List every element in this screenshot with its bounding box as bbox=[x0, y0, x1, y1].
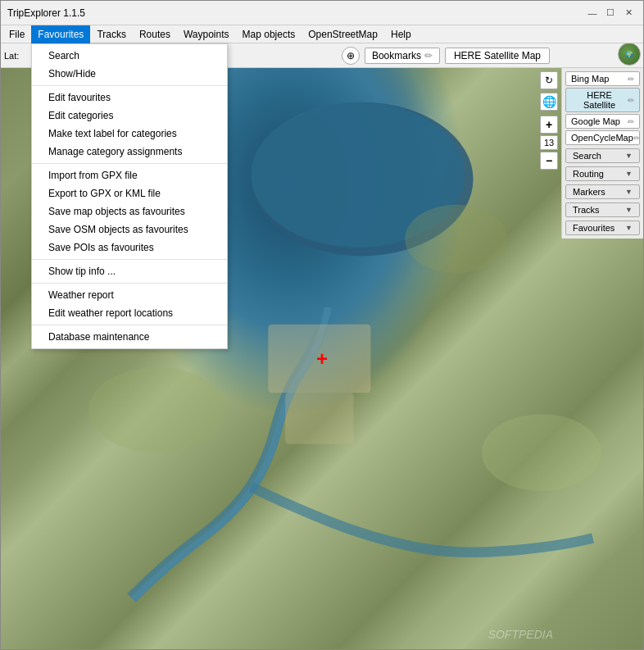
bookmarks-label: Bookmarks bbox=[372, 50, 421, 61]
routing-arrow-icon: ▼ bbox=[625, 170, 633, 178]
favourites-side-label: Favourites bbox=[573, 223, 615, 233]
dropdown-item-manage-category[interactable]: Manage category assignments bbox=[32, 143, 227, 161]
svg-point-6 bbox=[405, 205, 507, 273]
search-arrow-icon: ▼ bbox=[625, 152, 633, 160]
window-title: TripExplorer 1.1.5 bbox=[7, 7, 85, 19]
minimize-button[interactable]: — bbox=[584, 5, 601, 21]
close-button[interactable]: ✕ bbox=[620, 5, 637, 21]
zoom-level: 13 bbox=[540, 135, 558, 150]
dropdown-item-showhide[interactable]: Show/Hide bbox=[32, 65, 227, 83]
google-map-label: Google Map bbox=[571, 116, 620, 126]
dropdown-item-weather-report[interactable]: Weather report bbox=[32, 286, 227, 304]
edit-icon: ✏ bbox=[424, 50, 433, 61]
dropdown-item-make-text-label[interactable]: Make text label for categories bbox=[32, 125, 227, 143]
favourites-dropdown: Search Show/Hide Edit favourites Edit ca… bbox=[31, 43, 228, 349]
dropdown-separator-4 bbox=[32, 283, 227, 284]
dropdown-item-edit-favourites[interactable]: Edit favourites bbox=[32, 89, 227, 107]
here-satellite-edit-icon: ✏ bbox=[628, 96, 634, 105]
app-logo-icon: 🌍 bbox=[618, 43, 641, 66]
zoom-in-button[interactable]: + bbox=[540, 116, 558, 134]
dropdown-separator-1 bbox=[32, 85, 227, 86]
menu-bar: File Favourites Tracks Routes Waypoints … bbox=[1, 25, 643, 43]
zoom-out-button[interactable]: − bbox=[540, 152, 558, 170]
dropdown-item-edit-weather[interactable]: Edit weather report locations bbox=[32, 304, 227, 322]
dropdown-item-save-map-objects[interactable]: Save map objects as favourites bbox=[32, 202, 227, 220]
menu-item-file[interactable]: File bbox=[2, 25, 31, 43]
dropdown-separator-2 bbox=[32, 163, 227, 164]
here-satellite-map-button[interactable]: HERE Satellite ✏ bbox=[565, 88, 640, 112]
dropdown-item-database-maintenance[interactable]: Database maintenance bbox=[32, 328, 227, 346]
dropdown-item-edit-categories[interactable]: Edit categories bbox=[32, 107, 227, 125]
markers-side-button[interactable]: Markers ▼ bbox=[565, 184, 640, 199]
here-satellite-map-label: HERE Satellite bbox=[571, 90, 628, 110]
menu-item-tracks[interactable]: Tracks bbox=[90, 25, 133, 43]
menu-item-routes[interactable]: Routes bbox=[133, 25, 177, 43]
lat-label: Lat: bbox=[4, 51, 19, 61]
markers-arrow-icon: ▼ bbox=[625, 188, 633, 196]
menu-item-favourites[interactable]: Favourites bbox=[31, 25, 90, 43]
tracks-side-button[interactable]: Tracks ▼ bbox=[565, 202, 640, 217]
globe-icon[interactable]: 🌐 bbox=[540, 93, 558, 111]
favourites-arrow-icon: ▼ bbox=[625, 224, 633, 232]
menu-item-help[interactable]: Help bbox=[384, 25, 418, 43]
svg-rect-3 bbox=[285, 393, 353, 444]
maximize-button[interactable]: ☐ bbox=[602, 5, 619, 21]
here-satellite-label: HERE Satellite Map bbox=[454, 50, 541, 61]
menu-item-openstreetmap[interactable]: OpenStreetMap bbox=[302, 25, 384, 43]
dropdown-item-export-gpx-kml[interactable]: Export to GPX or KML file bbox=[32, 184, 227, 202]
markers-side-label: Markers bbox=[573, 187, 605, 197]
opencyclemap-edit-icon: ✏ bbox=[633, 134, 640, 143]
tracks-arrow-icon: ▼ bbox=[625, 206, 633, 214]
opencyclemap-button[interactable]: OpenCycleMap ✏ bbox=[565, 130, 640, 145]
tracks-side-label: Tracks bbox=[573, 205, 600, 215]
gps-location-icon[interactable]: ⊕ bbox=[342, 47, 360, 65]
opencyclemap-label: OpenCycleMap bbox=[571, 133, 633, 143]
title-bar: TripExplorer 1.1.5 — ☐ ✕ bbox=[1, 1, 643, 25]
refresh-icon[interactable]: ↻ bbox=[540, 71, 558, 89]
routing-side-label: Routing bbox=[573, 169, 604, 179]
bing-map-button[interactable]: Bing Map ✏ bbox=[565, 71, 640, 86]
app-window: TripExplorer 1.1.5 — ☐ ✕ File Favourites… bbox=[0, 0, 644, 650]
svg-point-5 bbox=[482, 414, 601, 491]
dropdown-separator-5 bbox=[32, 325, 227, 325]
svg-rect-2 bbox=[268, 325, 370, 393]
zoom-controls: + 13 − bbox=[540, 116, 558, 170]
bing-map-label: Bing Map bbox=[571, 74, 609, 84]
routing-side-button[interactable]: Routing ▼ bbox=[565, 166, 640, 181]
dropdown-item-import-gpx[interactable]: Import from GPX file bbox=[32, 166, 227, 184]
bing-map-edit-icon: ✏ bbox=[628, 75, 634, 84]
map-controls-right: Bing Map ✏ HERE Satellite ✏ Google Map ✏… bbox=[561, 68, 643, 239]
here-satellite-button[interactable]: HERE Satellite Map bbox=[445, 48, 550, 64]
dropdown-separator-3 bbox=[32, 259, 227, 260]
dropdown-item-save-pois[interactable]: Save POIs as favourites bbox=[32, 239, 227, 257]
search-side-label: Search bbox=[573, 151, 601, 161]
dropdown-item-show-tip-info[interactable]: Show tip info ... bbox=[32, 262, 227, 280]
google-map-edit-icon: ✏ bbox=[628, 117, 634, 126]
menu-item-map-objects[interactable]: Map objects bbox=[236, 25, 302, 43]
menu-item-waypoints[interactable]: Waypoints bbox=[177, 25, 236, 43]
search-side-button[interactable]: Search ▼ bbox=[565, 148, 640, 163]
google-map-button[interactable]: Google Map ✏ bbox=[565, 114, 640, 129]
dropdown-item-save-osm[interactable]: Save OSM objects as favourites bbox=[32, 220, 227, 239]
bookmarks-button[interactable]: Bookmarks ✏ bbox=[365, 48, 440, 64]
favourites-side-button[interactable]: Favourites ▼ bbox=[565, 220, 640, 235]
dropdown-item-search[interactable]: Search bbox=[32, 47, 227, 65]
svg-point-4 bbox=[88, 367, 225, 452]
title-bar-controls: — ☐ ✕ bbox=[584, 5, 637, 21]
